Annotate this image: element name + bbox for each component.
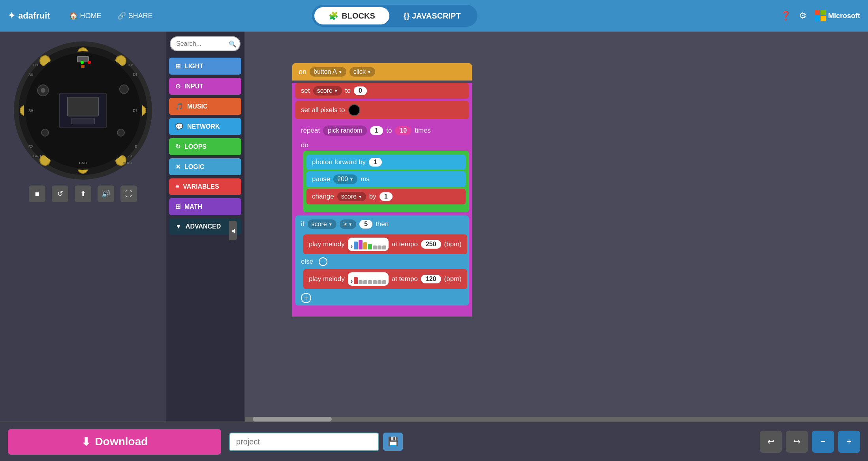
undo-button[interactable]: ↩ xyxy=(760,431,782,453)
times-label: times xyxy=(415,127,431,135)
melody2-visual[interactable]: ♪ xyxy=(348,272,389,286)
sound-button[interactable]: 🔊 xyxy=(98,186,114,202)
reset-button[interactable]: ↺ xyxy=(52,186,68,202)
melody1-block[interactable]: play melody ♪ at tempo xyxy=(303,234,467,254)
melody1-tempo[interactable]: 250 xyxy=(421,240,441,249)
led-red xyxy=(88,61,91,64)
variables-icon: ≡ xyxy=(175,183,179,190)
change-var-dropdown[interactable]: score xyxy=(337,192,366,201)
stop-button[interactable]: ■ xyxy=(29,186,45,202)
share-button[interactable]: 🔗 SHARE xyxy=(113,9,158,22)
button-dropdown[interactable]: button A xyxy=(310,67,346,77)
melody2-tempo-label: at tempo xyxy=(392,275,418,283)
redo-icon: ↪ xyxy=(793,437,800,447)
block-stack: on button A click set score to 0 set all… xyxy=(292,63,472,317)
blocks-workspace[interactable]: on button A click set score to 0 set all… xyxy=(245,32,868,422)
svg-rect-1 xyxy=(821,10,826,15)
remove-else-button[interactable]: − xyxy=(319,257,327,266)
undo-icon: ↩ xyxy=(767,437,774,447)
upload-button[interactable]: ⬆ xyxy=(75,186,91,202)
tab-javascript[interactable]: {} JAVASCRIPT xyxy=(389,7,475,24)
if-op-dropdown[interactable]: ≥ xyxy=(340,219,357,229)
help-button[interactable]: ❓ xyxy=(780,11,791,21)
repeat-to-label: to xyxy=(386,127,392,135)
category-music[interactable]: 🎵 MUSIC xyxy=(169,98,241,115)
category-variables[interactable]: ≡ VARIABLES xyxy=(169,178,241,195)
category-input[interactable]: ⊙ INPUT xyxy=(169,78,241,95)
main: D8 A2 A8 D5 RX B GND A1 xyxy=(0,32,868,422)
if-block[interactable]: if score ≥ 5 then xyxy=(295,216,469,233)
label-d5b: B xyxy=(135,144,138,148)
if-body: play melody ♪ at tempo xyxy=(295,233,469,256)
add-branch-button[interactable]: + xyxy=(301,293,311,303)
repeat-block[interactable]: repeat pick random 1 to 10 times xyxy=(295,122,469,140)
if-var-dropdown[interactable]: score xyxy=(308,219,336,229)
redo-button[interactable]: ↪ xyxy=(786,431,808,453)
melody2-label: play melody xyxy=(309,275,345,283)
nav-tabs: 🧩 BLOCKS {} JAVASCRIPT xyxy=(312,5,477,27)
svg-rect-3 xyxy=(821,16,826,21)
category-logic[interactable]: ✕ LOGIC xyxy=(169,158,241,175)
change-value[interactable]: 1 xyxy=(380,192,393,201)
click-dropdown[interactable]: click xyxy=(349,67,375,77)
label-a2: A2 xyxy=(128,63,133,67)
chip-body xyxy=(67,97,99,116)
score-var-dropdown[interactable]: score xyxy=(313,86,342,96)
sound-icon: 🔊 xyxy=(101,189,110,198)
save-project-button[interactable]: 💾 xyxy=(383,433,403,451)
repeat-to-val[interactable]: 10 xyxy=(395,126,411,135)
svg-rect-2 xyxy=(815,16,820,21)
project-name-input[interactable] xyxy=(229,433,379,451)
project-input-wrap: 💾 xyxy=(229,433,752,451)
fullscreen-button[interactable]: ⛶ xyxy=(120,186,137,202)
download-button[interactable]: ⬇ Download xyxy=(8,429,221,455)
pick-random-label[interactable]: pick random xyxy=(323,126,367,136)
if-label: if xyxy=(301,220,304,228)
zoom-in-button[interactable]: + xyxy=(838,431,860,453)
workspace-scrollbar[interactable] xyxy=(245,417,868,422)
category-loops[interactable]: ↻ LOOPS xyxy=(169,138,241,155)
repeat-from[interactable]: 1 xyxy=(370,126,383,135)
melody1-visual[interactable]: ♪ xyxy=(348,238,389,251)
bar6 xyxy=(378,245,381,249)
category-light[interactable]: ⊞ LIGHT xyxy=(169,58,241,75)
melody2-tempo[interactable]: 120 xyxy=(421,275,441,283)
melody2-block[interactable]: play melody ♪ at tempo xyxy=(303,269,467,289)
chip-sub xyxy=(71,118,95,124)
category-math[interactable]: ⊞ MATH xyxy=(169,198,241,215)
color-picker-black[interactable] xyxy=(348,104,360,116)
logo-text: adafruit xyxy=(18,11,50,21)
home-button[interactable]: 🏠 HOME xyxy=(64,9,106,22)
change-block[interactable]: change score by 1 xyxy=(306,189,466,204)
set-score-block[interactable]: set score to 0 xyxy=(295,83,469,99)
chevron-left-icon: ◀ xyxy=(231,227,235,234)
if-value[interactable]: 5 xyxy=(359,220,372,229)
pause-label: pause xyxy=(312,175,330,183)
tab-blocks[interactable]: 🧩 BLOCKS xyxy=(314,7,389,24)
pause-block[interactable]: pause 200 ms xyxy=(306,171,466,187)
collapse-panel-button[interactable]: ◀ xyxy=(229,221,237,240)
label-rx: RX xyxy=(28,144,34,148)
set-pixels-block[interactable]: set all pixels to xyxy=(295,101,469,119)
bar2 xyxy=(359,240,363,249)
microsoft-logo: Microsoft xyxy=(815,10,860,22)
bar5 xyxy=(373,245,377,249)
repeat-label: repeat xyxy=(301,127,320,135)
settings-button[interactable]: ⚙ xyxy=(799,11,807,21)
scrollbar-thumb[interactable] xyxy=(253,417,332,422)
else-label: else xyxy=(301,258,313,266)
if-end: + xyxy=(295,290,469,305)
change-label: change xyxy=(312,193,334,201)
repeat-do-wrap: do photon forward by 1 pause 200 ms xyxy=(295,140,469,216)
zoom-out-button[interactable]: − xyxy=(812,431,834,453)
component-bl xyxy=(41,129,49,137)
score-value[interactable]: 0 xyxy=(354,86,367,95)
photon-block[interactable]: photon forward by 1 xyxy=(306,155,466,170)
photon-value[interactable]: 1 xyxy=(369,158,382,167)
label-d5: D5 xyxy=(133,73,137,77)
refresh-icon: ↺ xyxy=(57,189,63,198)
event-block[interactable]: on button A click xyxy=(292,63,472,81)
category-network[interactable]: 💬 NETWORK xyxy=(169,118,241,135)
simulator-panel: D8 A2 A8 D5 RX B GND A1 xyxy=(0,32,166,422)
pause-value-dropdown[interactable]: 200 xyxy=(333,174,357,184)
